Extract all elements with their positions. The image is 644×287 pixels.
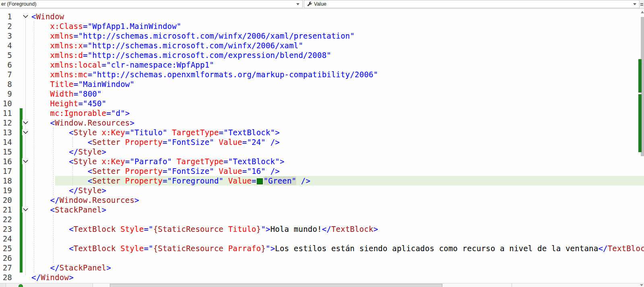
line-number: 14 xyxy=(0,137,12,147)
horizontal-scrollbar-thumb[interactable] xyxy=(110,284,442,287)
line-number: 15 xyxy=(0,147,12,157)
code-line[interactable]: 11 mc:Ignorable="d"> xyxy=(0,108,644,118)
collapse-chevron-icon[interactable] xyxy=(22,120,29,126)
scroll-up-arrow-icon[interactable] xyxy=(641,11,644,13)
code-line[interactable]: 7 xmlns:mc="http://schemas.openxmlformat… xyxy=(0,70,644,79)
collapse-chevron-icon[interactable] xyxy=(22,206,29,213)
line-number: 27 xyxy=(0,263,12,273)
line-number: 10 xyxy=(0,99,12,108)
code-line[interactable]: 20 </Window.Resources> xyxy=(0,195,644,205)
code-line[interactable]: 12 <Window.Resources> xyxy=(0,118,644,128)
code-line[interactable]: 21 <StackPanel> xyxy=(0,205,644,215)
line-number: 22 xyxy=(0,215,12,224)
line-number: 18 xyxy=(0,176,12,186)
horizontal-scrollbar-track[interactable] xyxy=(93,283,644,287)
scrollbar-tick xyxy=(512,283,512,287)
wrench-icon xyxy=(307,1,312,7)
line-number: 26 xyxy=(0,253,12,263)
line-number: 17 xyxy=(0,166,12,176)
element-dropdown-label: er (Foreground) xyxy=(1,1,296,7)
element-dropdown[interactable]: er (Foreground) xyxy=(0,0,303,8)
collapse-chevron-icon[interactable] xyxy=(22,13,29,19)
code-line[interactable]: 23 <TextBlock Style="{StaticResource Tit… xyxy=(0,224,644,234)
horizontal-scrollbar[interactable] xyxy=(0,283,644,287)
chevron-down-icon[interactable] xyxy=(296,3,299,5)
code-line[interactable]: 14 <Setter Property="FontSize" Value="24… xyxy=(0,137,644,147)
xaml-code-editor: er (Foreground) Value 1<Window2 x:Class=… xyxy=(0,0,644,287)
code-editor[interactable]: 1<Window2 x:Class="WpfApp1.MainWindow"3 … xyxy=(0,9,644,287)
code-line[interactable]: 1<Window xyxy=(0,12,644,21)
split-editor-handle[interactable] xyxy=(639,0,644,8)
code-line[interactable]: 25 <TextBlock Style="{StaticResource Par… xyxy=(0,244,644,253)
code-line[interactable]: 16 <Style x:Key="Parrafo" TargetType="Te… xyxy=(0,157,644,166)
code-line[interactable]: 5 xmlns:d="http://schemas.microsoft.com/… xyxy=(0,50,644,60)
line-number: 9 xyxy=(0,89,12,99)
line-number: 23 xyxy=(0,224,12,234)
collapse-chevron-icon[interactable] xyxy=(22,158,29,164)
code-line[interactable]: 10 Height="450" xyxy=(0,99,644,108)
breadcrumb-element-icon xyxy=(19,284,23,287)
code-line[interactable]: 9 Width="800" xyxy=(0,89,644,99)
code-line[interactable]: 4 xmlns:x="http://schemas.microsoft.com/… xyxy=(0,41,644,50)
line-number: 8 xyxy=(0,79,12,89)
line-number: 19 xyxy=(0,186,12,195)
code-line[interactable]: 19 </Style> xyxy=(0,186,644,195)
scrollbar-change-mark xyxy=(638,94,642,152)
collapse-chevron-icon[interactable] xyxy=(22,129,29,135)
line-number: 20 xyxy=(0,195,12,205)
scrollbar-change-mark xyxy=(638,59,642,93)
member-dropdown[interactable]: Value xyxy=(304,0,640,8)
line-number: 1 xyxy=(0,12,12,21)
code-line[interactable]: 18 <Setter Property="Foreground" Value="… xyxy=(0,176,644,186)
code-line[interactable]: 13 <Style x:Key="Titulo" TargetType="Tex… xyxy=(0,128,644,137)
line-number: 5 xyxy=(0,50,12,60)
member-dropdown-label: Value xyxy=(314,1,633,7)
code-line[interactable]: 24 xyxy=(0,234,644,244)
code-line[interactable]: 3 xmlns="http://schemas.microsoft.com/wi… xyxy=(0,31,644,41)
code-line[interactable]: 26 xyxy=(0,253,644,263)
line-number: 11 xyxy=(0,108,12,118)
line-number: 2 xyxy=(0,21,12,31)
line-number: 25 xyxy=(0,244,12,253)
scrollbar-corner-zone[interactable] xyxy=(0,283,6,287)
line-number: 16 xyxy=(0,157,12,166)
editor-navigation-bar: er (Foreground) Value xyxy=(0,0,644,9)
code-line[interactable]: 22 xyxy=(0,215,644,224)
code-line[interactable]: 8 Title="MainWindow" xyxy=(0,79,644,89)
code-line[interactable]: 17 <Setter Property="FontSize" Value="16… xyxy=(0,166,644,176)
color-swatch-green xyxy=(257,178,263,184)
line-number: 6 xyxy=(0,60,12,70)
line-number: 3 xyxy=(0,31,12,41)
code-lines: 1<Window2 x:Class="WpfApp1.MainWindow"3 … xyxy=(0,9,644,282)
line-number: 13 xyxy=(0,128,12,137)
scroll-right-arrow-icon[interactable] xyxy=(640,284,643,286)
code-line[interactable]: 2 x:Class="WpfApp1.MainWindow" xyxy=(0,21,644,31)
line-number: 7 xyxy=(0,70,12,79)
code-line[interactable]: 28</Window> xyxy=(0,273,644,282)
line-number: 12 xyxy=(0,118,12,128)
line-number: 28 xyxy=(0,273,12,282)
line-number: 4 xyxy=(0,41,12,50)
line-number: 21 xyxy=(0,205,12,215)
code-line[interactable]: 6 xmlns:local="clr-namespace:WpfApp1" xyxy=(0,60,644,70)
chevron-down-icon[interactable] xyxy=(633,3,636,5)
code-line[interactable]: 27 </StackPanel> xyxy=(0,263,644,273)
line-number: 24 xyxy=(0,234,12,244)
code-line[interactable]: 15 </Style> xyxy=(0,147,644,157)
